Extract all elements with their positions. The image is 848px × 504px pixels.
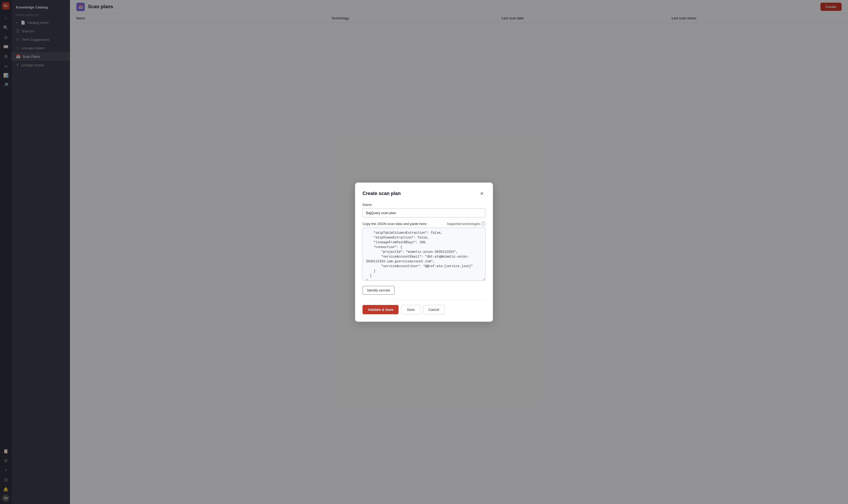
modal-overlay[interactable]: Create scan plan ✕ Name Copy the JSON sc… [0,0,848,504]
name-label: Name [362,203,486,207]
identify-secrets-container: Identify secrets [362,286,486,300]
json-label-row: Copy the JSON scan data and paste here: … [362,222,486,226]
json-label: Copy the JSON scan data and paste here: [362,222,427,226]
name-input[interactable] [362,208,486,218]
close-icon[interactable]: ✕ [478,190,486,197]
supported-tech-label: Supported technologies [447,222,480,226]
validate-save-button[interactable]: Validate & Save [362,305,399,314]
supported-technologies-link[interactable]: Supported technologies i [447,222,486,226]
modal-footer: Validate & Save Save Cancel [362,300,486,314]
json-textarea[interactable]: "skipTableColumnsExtraction": false, "sk… [362,228,486,281]
cancel-button[interactable]: Cancel [423,305,445,314]
identify-secrets-button[interactable]: Identify secrets [362,286,395,295]
modal-header: Create scan plan ✕ [362,190,486,197]
info-icon: i [481,222,486,226]
save-button[interactable]: Save [401,305,420,314]
modal-title: Create scan plan [362,191,401,196]
create-scan-plan-modal: Create scan plan ✕ Name Copy the JSON sc… [355,183,493,322]
